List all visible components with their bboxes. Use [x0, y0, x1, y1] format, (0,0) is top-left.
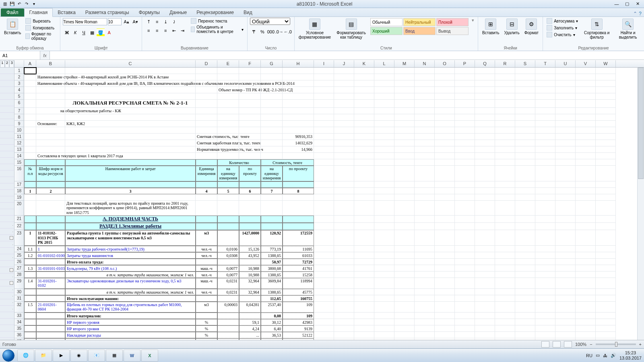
- cell[interactable]: [535, 153, 555, 159]
- cell[interactable]: [196, 153, 217, 159]
- cell[interactable]: [196, 87, 217, 93]
- cell[interactable]: [24, 289, 36, 295]
- cell[interactable]: 1388,65: [261, 289, 283, 295]
- cell[interactable]: [261, 68, 283, 74]
- cell[interactable]: [515, 87, 535, 93]
- cell[interactable]: [374, 319, 394, 325]
- tray-flag-icon[interactable]: ▭: [596, 353, 600, 358]
- cell[interactable]: [435, 230, 455, 246]
- cell[interactable]: [196, 121, 217, 127]
- cell[interactable]: [555, 332, 576, 338]
- cell[interactable]: 50,97: [261, 259, 283, 265]
- cell[interactable]: чел.-ч: [196, 289, 217, 295]
- cell[interactable]: [415, 166, 435, 181]
- cell[interactable]: [374, 295, 394, 302]
- cell[interactable]: 0,0077: [217, 265, 239, 272]
- cell[interactable]: в т.ч. затраты труда машинистов, экипаж …: [65, 289, 196, 295]
- cell[interactable]: [354, 313, 374, 319]
- outline-row[interactable]: ·: [0, 222, 14, 228]
- cell[interactable]: [24, 332, 36, 338]
- outline-row[interactable]: [0, 216, 14, 222]
- cell[interactable]: [217, 216, 239, 223]
- cell[interactable]: [374, 188, 394, 194]
- cell[interactable]: 1.1: [24, 246, 36, 252]
- cell[interactable]: [435, 80, 455, 87]
- font-color-button[interactable]: A: [105, 29, 113, 37]
- cell[interactable]: [576, 332, 596, 338]
- cell[interactable]: [196, 216, 217, 223]
- cell[interactable]: [334, 201, 354, 216]
- cell[interactable]: [283, 201, 314, 216]
- cell[interactable]: [374, 194, 394, 201]
- cell[interactable]: [415, 201, 435, 216]
- cell[interactable]: [455, 259, 475, 265]
- cell[interactable]: [576, 93, 596, 100]
- cell[interactable]: [435, 74, 455, 80]
- cell[interactable]: [455, 201, 475, 216]
- row-header[interactable]: 36: [14, 332, 24, 338]
- cell[interactable]: [374, 146, 394, 153]
- row-header[interactable]: 7: [14, 108, 24, 114]
- cell[interactable]: [515, 80, 535, 87]
- cell[interactable]: [535, 332, 555, 338]
- cell[interactable]: [596, 246, 616, 252]
- cell[interactable]: [455, 140, 475, 146]
- cell[interactable]: Итого материалов:: [65, 313, 196, 319]
- cell[interactable]: [394, 121, 415, 127]
- cell[interactable]: [475, 127, 495, 134]
- cell[interactable]: [334, 159, 354, 166]
- cell[interactable]: [196, 295, 217, 302]
- cell[interactable]: [435, 313, 455, 319]
- cell[interactable]: %: [196, 319, 217, 325]
- cell[interactable]: [455, 146, 475, 153]
- cell[interactable]: [455, 181, 475, 188]
- cell[interactable]: [354, 325, 374, 332]
- cell[interactable]: [283, 93, 314, 100]
- cell[interactable]: [374, 223, 394, 230]
- cell[interactable]: [495, 188, 515, 194]
- cell[interactable]: [65, 68, 196, 74]
- cell[interactable]: [24, 216, 36, 223]
- cell[interactable]: [495, 87, 515, 93]
- cell[interactable]: [217, 181, 239, 188]
- cell[interactable]: 0,0231: [217, 278, 239, 289]
- cell[interactable]: [596, 114, 616, 121]
- cell[interactable]: [415, 121, 435, 127]
- style-neutral[interactable]: Нейтральный: [403, 18, 436, 26]
- row-header[interactable]: 23: [14, 230, 24, 246]
- cell[interactable]: [495, 121, 515, 127]
- cell[interactable]: [394, 230, 415, 246]
- formula-input[interactable]: [50, 51, 644, 60]
- cell[interactable]: [495, 114, 515, 121]
- col-header[interactable]: E: [217, 60, 239, 67]
- increase-font-icon[interactable]: A▴: [122, 18, 130, 26]
- cell[interactable]: [475, 93, 495, 100]
- row-header[interactable]: 18: [14, 188, 24, 194]
- cell[interactable]: [36, 319, 65, 325]
- cell[interactable]: [415, 146, 435, 153]
- row-header[interactable]: 15: [14, 159, 24, 166]
- cell[interactable]: на единицу измерения: [261, 166, 283, 181]
- cell[interactable]: [36, 127, 65, 134]
- cell[interactable]: маш.-ч: [196, 265, 217, 272]
- cell[interactable]: [196, 159, 217, 166]
- cell[interactable]: Затраты труда машинистов: [65, 252, 196, 259]
- cell[interactable]: [576, 114, 596, 121]
- cell[interactable]: [374, 121, 394, 127]
- outline-level-3[interactable]: 3: [9, 60, 14, 68]
- cell[interactable]: [435, 114, 455, 121]
- cell[interactable]: [475, 289, 495, 295]
- cell[interactable]: [475, 100, 495, 108]
- cell[interactable]: [36, 201, 65, 216]
- cell[interactable]: [576, 302, 596, 313]
- cell[interactable]: [217, 313, 239, 319]
- col-header[interactable]: U: [555, 60, 576, 67]
- cell[interactable]: 172559: [283, 230, 314, 246]
- cell[interactable]: [24, 201, 36, 216]
- cell[interactable]: [394, 265, 415, 272]
- cell[interactable]: [196, 108, 217, 114]
- cell[interactable]: [283, 68, 314, 74]
- outline-row[interactable]: [0, 151, 14, 158]
- cell[interactable]: [515, 140, 535, 146]
- cell[interactable]: [435, 166, 455, 181]
